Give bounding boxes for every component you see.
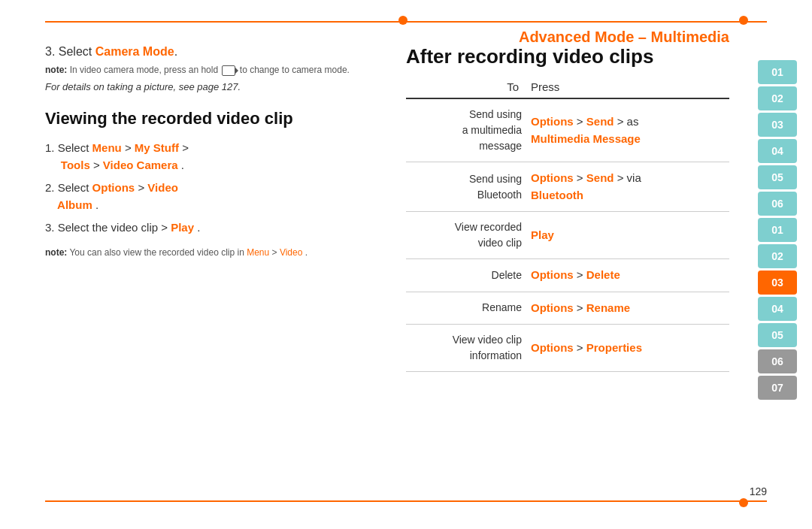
nav-item-05a[interactable]: 05 (758, 165, 797, 189)
section-title: Viewing the recorded video clip (45, 108, 391, 130)
bottom-line-dot (739, 498, 748, 507)
data-table: To Press Send usinga multimediamessage O… (406, 76, 729, 372)
step3-label: 3. Select (45, 45, 95, 58)
table-row: Send usinga multimediamessage Options > … (406, 98, 729, 162)
list-number-1: 1. Select (45, 141, 92, 154)
bottom-line (45, 500, 767, 502)
play-link: Play (171, 221, 194, 234)
italic-note: For details on taking a picture, see pag… (45, 80, 391, 95)
nav-item-04b[interactable]: 04 (758, 297, 797, 321)
left-column: 3. Select Camera Mode. note: In video ca… (45, 45, 391, 259)
top-line-dot-right (739, 16, 748, 25)
sep2: > (182, 141, 189, 154)
note1-text: In video camera mode, press an hold (70, 65, 221, 75)
note1-bold: note: (45, 65, 67, 75)
nav-label-07: 07 (771, 382, 783, 394)
period3: . (197, 221, 200, 234)
table-row: View recordedvideo clip Play (406, 212, 729, 259)
menu-link2: Menu (247, 247, 269, 258)
row1-options: Options (531, 115, 574, 128)
nav-label-05a: 05 (771, 171, 783, 183)
row1-multimedia: Multimedia Message (531, 132, 641, 145)
list-number-2: 2. Select (45, 181, 92, 194)
nav-item-01a[interactable]: 01 (758, 60, 797, 84)
nav-item-06a[interactable]: 06 (758, 192, 797, 216)
top-line-dot-left (398, 16, 408, 25)
options-link1: Options (92, 181, 135, 194)
row2-bluetooth: Bluetooth (531, 189, 583, 201)
row4-sep: > (577, 268, 586, 281)
note2-end: . (305, 247, 308, 258)
video-link: Video (280, 247, 302, 258)
nav-item-07[interactable]: 07 (758, 376, 797, 400)
row3-press: Play (526, 212, 729, 259)
row5-to: Rename (406, 292, 526, 325)
note2-text: You can also view the recorded video cli… (69, 247, 247, 258)
col-press-header: Press (526, 76, 729, 98)
row6-options: Options (531, 341, 574, 354)
page-number: 129 (750, 485, 767, 497)
list-number-3: 3. Select the video clip > (45, 221, 171, 234)
row5-sep: > (577, 301, 586, 314)
nav-label-06a: 06 (771, 198, 783, 210)
note1: note: In video camera mode, press an hol… (45, 63, 391, 77)
nav-item-01b[interactable]: 01 (758, 218, 797, 242)
mystuff-link: My Stuff (135, 141, 179, 154)
row2-sep2: > via (617, 171, 641, 184)
nav-item-02a[interactable]: 02 (758, 86, 797, 110)
row3-play: Play (531, 228, 554, 241)
row6-press: Options > Properties (526, 325, 729, 372)
step3-camera-mode: Camera Mode (95, 45, 174, 58)
nav-label-02a: 02 (771, 92, 783, 104)
camera-icon (222, 65, 235, 76)
right-column: After recording video clips To Press Sen… (406, 45, 729, 372)
table-row: Rename Options > Rename (406, 292, 729, 325)
note1-text2: to change to camera mode. (240, 65, 350, 75)
nav-item-06b[interactable]: 06 (758, 349, 797, 373)
nav-label-04a: 04 (771, 145, 783, 157)
note2: note: You can also view the recorded vid… (45, 246, 391, 259)
row4-options: Options (531, 268, 574, 281)
row2-sep1: > (577, 171, 586, 184)
period1: . (181, 159, 184, 171)
row2-options: Options (531, 171, 574, 184)
nav-label-04b: 04 (771, 303, 783, 315)
nav-item-04a[interactable]: 04 (758, 139, 797, 163)
note2-bold: note: (45, 247, 67, 258)
row4-to: Delete (406, 259, 526, 292)
nav-label-06b: 06 (771, 355, 783, 367)
row1-sep1: > (577, 115, 586, 128)
nav-item-03b[interactable]: 03 (758, 271, 797, 295)
nav-item-03a[interactable]: 03 (758, 113, 797, 137)
nav-item-05b[interactable]: 05 (758, 323, 797, 347)
note2-sep: > (272, 247, 280, 258)
step3-period: . (174, 45, 177, 58)
nav-label-05b: 05 (771, 329, 783, 341)
row3-to: View recordedvideo clip (406, 212, 526, 259)
nav-label-02b: 02 (771, 250, 783, 262)
row1-press: Options > Send > as Multimedia Message (526, 98, 729, 162)
list-item-3: 3. Select the video clip > Play . (45, 219, 391, 237)
tools-link: Tools (61, 159, 90, 171)
row4-press: Options > Delete (526, 259, 729, 292)
nav-label-03b: 03 (771, 277, 783, 289)
row5-rename: Rename (586, 301, 630, 314)
row2-press: Options > Send > via Bluetooth (526, 162, 729, 212)
sep3: > (93, 159, 103, 171)
step3-heading: 3. Select Camera Mode. (45, 45, 391, 59)
row1-send: Send (586, 115, 614, 128)
row4-delete: Delete (586, 268, 620, 281)
row1-to: Send usinga multimediamessage (406, 98, 526, 162)
row2-to: Send usingBluetooth (406, 162, 526, 212)
nav-label-03a: 03 (771, 119, 783, 131)
nav-label-01b: 01 (771, 224, 783, 236)
table-row: Send usingBluetooth Options > Send > via… (406, 162, 729, 212)
row5-press: Options > Rename (526, 292, 729, 325)
videocamera-link: Video Camera (103, 159, 178, 171)
nav-item-02b[interactable]: 02 (758, 244, 797, 268)
row6-sep: > (577, 341, 586, 354)
table-row: View video clipinformation Options > Pro… (406, 325, 729, 372)
row6-properties: Properties (586, 341, 642, 354)
list-item-2: 2. Select Options > Video Album . (45, 180, 391, 213)
row6-to: View video clipinformation (406, 325, 526, 372)
